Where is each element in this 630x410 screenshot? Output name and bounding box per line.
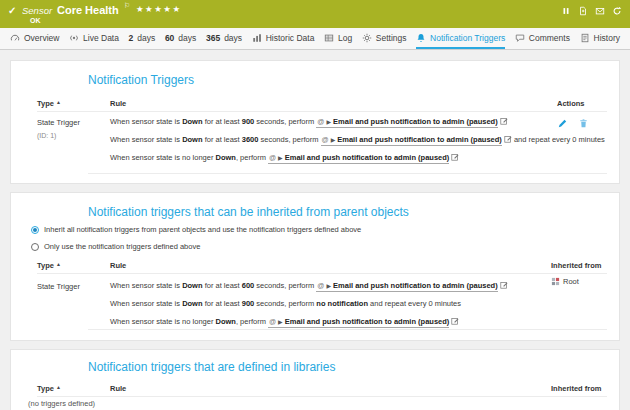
- edit-notification-icon[interactable]: [504, 135, 512, 143]
- status-badge: OK: [30, 17, 41, 24]
- header-divider: [37, 396, 607, 397]
- rule-text: When sensor state is: [110, 135, 182, 144]
- gauge-icon: [10, 33, 20, 43]
- rule-text: for at least: [203, 117, 242, 126]
- panel-library-triggers: Notification triggers that are defined i…: [10, 349, 620, 410]
- trigger-rules: When sensor state is Down for at least 9…: [110, 113, 549, 167]
- edit-notification-icon[interactable]: [451, 153, 459, 161]
- rule-text: for at least: [203, 135, 242, 144]
- rule-emphasis: Down: [182, 117, 202, 126]
- email-icon[interactable]: [595, 6, 605, 16]
- tab-label: History: [594, 33, 620, 43]
- column-header-type[interactable]: Type▲: [37, 99, 61, 108]
- radio-selected[interactable]: [31, 226, 39, 234]
- tab-overview[interactable]: Overview: [10, 28, 59, 49]
- trigger-arrow-icon: ▶: [331, 137, 336, 143]
- edit-trigger-button[interactable]: [557, 118, 568, 129]
- edit-notification-icon[interactable]: [500, 117, 508, 125]
- rule-text: and repeat every 0 minutes: [512, 135, 605, 144]
- prtg-page: ✓ Sensor Core Health ⚐ ★★★★★ OK Overview…: [0, 0, 630, 410]
- history-icon: [580, 33, 590, 43]
- notification-contact-icon: @: [317, 282, 324, 289]
- notification-contact-icon: @: [317, 118, 324, 125]
- notification-link[interactable]: @▶Email and push notification to admin (…: [316, 117, 497, 128]
- trigger-arrow-icon: ▶: [326, 119, 331, 125]
- tab-unit: days: [178, 33, 196, 43]
- radio-label: Inherit all notification triggers from p…: [44, 225, 361, 234]
- panel-notification-triggers: Notification Triggers Type▲ Rule Actions…: [10, 60, 620, 184]
- notification-link[interactable]: @▶Email and push notification to admin (…: [268, 317, 449, 328]
- tab-60-days[interactable]: 60days: [165, 28, 196, 49]
- column-header-rule: Rule: [110, 99, 126, 108]
- rule-text: When sensor state is: [110, 299, 182, 308]
- rule-text: seconds, perform: [258, 135, 320, 144]
- tab-settings[interactable]: Settings: [362, 28, 407, 49]
- header-divider: [37, 273, 607, 274]
- trigger-type-cell: State Trigger: [37, 280, 80, 293]
- rule-line: When sensor state is Down for at least 9…: [110, 295, 549, 313]
- notification-link[interactable]: @▶Email and push notification to admin (…: [316, 281, 497, 292]
- rule-emphasis: Down: [182, 281, 202, 290]
- rule-text: When sensor state is: [110, 281, 182, 290]
- notification-name: Email and push notification to admin (pa…: [285, 317, 450, 326]
- pause-icon[interactable]: [561, 6, 571, 16]
- root-group-icon: [551, 277, 560, 286]
- notification-name: Email and push notification to admin (pa…: [333, 281, 498, 290]
- bell-icon: [416, 33, 426, 43]
- rule-line: When sensor state is Down for at least 3…: [110, 131, 549, 149]
- notification-contact-icon: @: [269, 318, 276, 325]
- column-header-type[interactable]: Type▲: [37, 261, 61, 270]
- trigger-type-cell: State Trigger (ID: 1): [37, 116, 80, 142]
- notification-link[interactable]: @▶Email and push notification to admin (…: [321, 135, 502, 146]
- rule-text: When sensor state is: [110, 117, 182, 126]
- rule-emphasis: Down: [182, 299, 202, 308]
- rule-text: When sensor state is no longer: [110, 317, 215, 326]
- inherit-option-2[interactable]: Only use the notification triggers defin…: [31, 242, 200, 251]
- edit-notification-icon[interactable]: [451, 317, 459, 325]
- tab-notification-triggers[interactable]: Notification Triggers: [416, 28, 505, 49]
- rule-text: seconds, perform: [254, 299, 316, 308]
- rule-emphasis: Down: [215, 317, 235, 326]
- tab-2-days[interactable]: 2days: [129, 28, 156, 49]
- tab-historic-data[interactable]: Historic Data: [252, 28, 315, 49]
- rule-text: and repeat every 0 minutes: [368, 299, 461, 308]
- trigger-actions: [557, 118, 589, 129]
- row-divider: [88, 173, 607, 174]
- notification-link[interactable]: @▶Email and push notification to admin (…: [268, 153, 449, 164]
- refresh-icon[interactable]: [612, 6, 622, 16]
- tab-comments[interactable]: Comments: [515, 28, 570, 49]
- column-header-type[interactable]: Type▲: [37, 384, 61, 393]
- trigger-arrow-icon: ▶: [278, 155, 283, 161]
- tab-number: 60: [165, 33, 174, 43]
- status-ok-check-icon: ✓: [8, 5, 16, 16]
- inherit-option-1[interactable]: Inherit all notification triggers from p…: [31, 225, 361, 234]
- row-divider: [88, 329, 607, 330]
- header-divider: [37, 111, 607, 112]
- rule-emphasis: Down: [182, 135, 202, 144]
- tab-live-data[interactable]: Live Data: [69, 28, 119, 49]
- report-icon[interactable]: [578, 6, 588, 16]
- rule-line: When sensor state is no longer Down, per…: [110, 149, 549, 167]
- notification-contact-icon: @: [322, 136, 329, 143]
- trigger-arrow-icon: ▶: [278, 319, 283, 325]
- tab-history[interactable]: History: [580, 28, 620, 49]
- rule-text: for at least: [203, 281, 242, 290]
- tab-unit: days: [137, 33, 155, 43]
- tab-365-days[interactable]: 365days: [206, 28, 242, 49]
- radio-label: Only use the notification triggers defin…: [44, 242, 200, 251]
- tab-label: Settings: [376, 33, 407, 43]
- trigger-arrow-icon: ▶: [326, 283, 331, 289]
- live-icon: [69, 33, 79, 43]
- tab-unit: days: [224, 33, 242, 43]
- delete-trigger-button[interactable]: [578, 118, 589, 129]
- panel-title: Notification triggers that can be inheri…: [88, 205, 409, 219]
- tab-log[interactable]: Log: [324, 28, 352, 49]
- priority-stars[interactable]: ★★★★★: [136, 4, 182, 14]
- inherited-from-cell[interactable]: Root: [551, 277, 579, 286]
- comment-icon: [515, 33, 525, 43]
- radio-unselected[interactable]: [31, 243, 39, 251]
- sensor-header: ✓ Sensor Core Health ⚐ ★★★★★ OK: [0, 0, 630, 28]
- edit-notification-icon[interactable]: [500, 281, 508, 289]
- inherited-from-link[interactable]: Root: [563, 277, 579, 286]
- rule-emphasis: 600: [242, 281, 255, 290]
